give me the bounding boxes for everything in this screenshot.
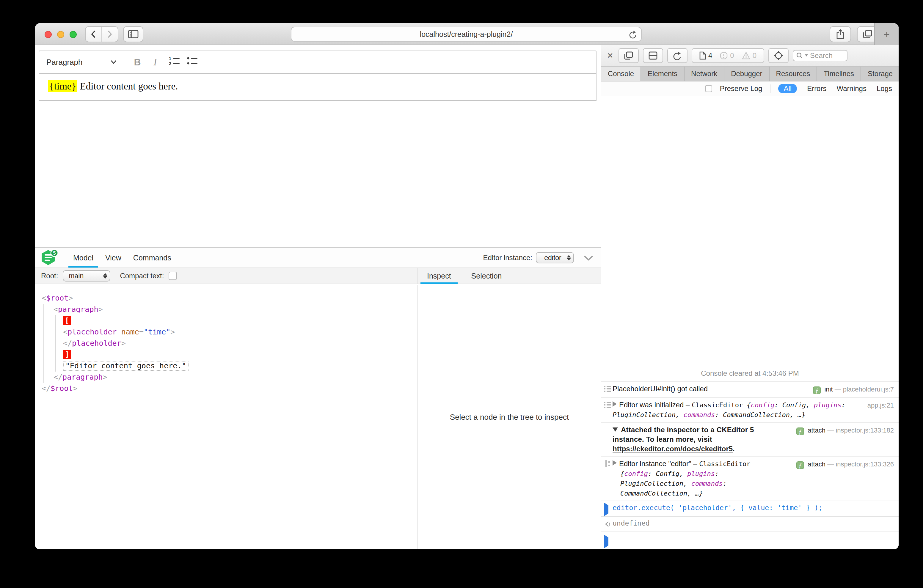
tree-node[interactable]: <paragraph> [35, 304, 417, 315]
message-body: Editor was initialized – ClassicEditor {… [613, 400, 863, 420]
scope-logs[interactable]: Logs [877, 84, 892, 93]
error-octagon-icon [720, 52, 728, 59]
minimize-window-button[interactable] [57, 31, 64, 38]
new-tab-button[interactable]: + [874, 23, 898, 45]
console-message[interactable]: PlaceholderUI#init() got calledƒ init — … [601, 381, 898, 397]
dock-bottom-button[interactable] [643, 48, 663, 63]
reload-button[interactable] [629, 30, 637, 41]
editor-instance-select[interactable]: editor [536, 252, 574, 263]
address-bar[interactable]: localhost/creating-a-plugin2/ [291, 27, 642, 42]
close-devtools-button[interactable]: ✕ [606, 51, 614, 60]
numbered-list-icon: 1 2 [169, 56, 182, 66]
zoom-window-button[interactable] [70, 31, 77, 38]
numbered-list-button[interactable]: 1 2 [169, 56, 182, 68]
tree-node[interactable]: [ [35, 315, 417, 327]
message-origin-icon [604, 384, 613, 395]
browser-viewport: Paragraph B I 1 2 [35, 45, 601, 549]
back-button[interactable] [85, 27, 102, 42]
tab-inspect[interactable]: Inspect [420, 268, 458, 284]
console-prompt[interactable] [601, 532, 898, 549]
source-location[interactable]: — inspector.js:133:326 [827, 460, 894, 468]
tab-timelines[interactable]: Timelines [817, 67, 861, 81]
tab-debugger[interactable]: Debugger [724, 67, 769, 81]
preserve-log-checkbox[interactable] [705, 85, 712, 92]
resource-summary-button[interactable]: 4 0 0 [691, 48, 764, 63]
tree-node[interactable]: "Editor content goes here." [35, 360, 417, 371]
model-tree[interactable]: <$root><paragraph>[<placeholder name="ti… [35, 285, 417, 549]
dock-side-button[interactable] [619, 48, 639, 63]
tab-commands[interactable]: Commands [127, 248, 177, 268]
disclosure-triangle-icon[interactable] [613, 401, 617, 407]
message-source[interactable]: app.js:21 [863, 400, 894, 410]
forward-button[interactable] [102, 27, 118, 42]
message-line: PluginCollection, commands: CommandColle… [613, 410, 863, 420]
function-name: init [823, 386, 834, 393]
message-source[interactable]: ƒ attach — inspector.js:133:326 [792, 459, 894, 469]
console-filter-bar: Preserve Log AllErrorsWarningsLogs [601, 81, 898, 96]
source-location[interactable]: — placeholderui.js:7 [835, 386, 894, 393]
console-input-row[interactable]: editor.execute( 'placeholder', { value: … [601, 501, 898, 516]
root-select[interactable]: main [63, 270, 110, 281]
italic-button[interactable]: I [146, 56, 164, 68]
tree-node[interactable]: </placeholder> [35, 338, 417, 349]
function-badge-icon: ƒ [797, 462, 804, 469]
source-location[interactable]: — inspector.js:133:182 [827, 427, 894, 434]
tab-network[interactable]: Network [685, 67, 724, 81]
tab-model[interactable]: Model [67, 248, 99, 268]
function-badge-icon: ƒ [813, 386, 821, 394]
tree-node[interactable]: <$root> [35, 292, 417, 304]
empty-state-text: Select a node in the tree to inspect [450, 412, 569, 422]
tab-resources[interactable]: Resources [770, 67, 818, 81]
scope-all[interactable]: All [778, 84, 797, 94]
warning-count: 0 [752, 51, 757, 60]
function-name: attach [806, 460, 827, 468]
tree-node[interactable]: ] [35, 349, 417, 360]
reload-page-button[interactable] [667, 48, 688, 63]
message-line: Attached the inspector to a CKEditor 5 [613, 425, 792, 435]
paragraph-style-dropdown[interactable]: Paragraph [46, 57, 117, 67]
tree-node[interactable]: </paragraph> [35, 371, 417, 383]
svg-text:2: 2 [169, 61, 171, 66]
share-button[interactable] [829, 26, 851, 42]
search-input[interactable]: Search [793, 50, 847, 61]
tree-node[interactable]: </$root> [35, 383, 417, 394]
error-count: 0 [730, 51, 734, 60]
console-result-row: undefined [601, 516, 898, 532]
message-source[interactable]: ƒ attach — inspector.js:133:182 [792, 425, 894, 435]
compact-text-checkbox[interactable] [169, 272, 177, 280]
message-origin-icon [604, 459, 613, 470]
bulleted-list-icon [187, 56, 200, 66]
console-message[interactable]: Editor was initialized – ClassicEditor {… [601, 397, 898, 422]
close-window-button[interactable] [44, 31, 52, 38]
placeholder-widget[interactable]: {time} [48, 80, 77, 92]
titlebar: localhost/creating-a-plugin2/ + [35, 23, 898, 45]
sidebar-icon [128, 30, 139, 38]
ckeditor-content[interactable]: {time} Editor content goes here. [39, 74, 596, 101]
tab-storage[interactable]: Storage [861, 67, 898, 81]
scope-warnings[interactable]: Warnings [836, 84, 866, 93]
function-badge-icon: ƒ [797, 427, 804, 435]
console-message[interactable]: Attached the inspector to a CKEditor 5in… [601, 422, 898, 456]
tab-elements[interactable]: Elements [641, 67, 685, 81]
bold-button[interactable]: B [128, 57, 146, 68]
paragraph-style-label: Paragraph [46, 57, 82, 67]
tab-selection[interactable]: Selection [465, 268, 509, 284]
console-message[interactable]: Editor instance "editor" – ClassicEditor… [601, 456, 898, 501]
message-source[interactable]: ƒ init — placeholderui.js:7 [808, 384, 894, 394]
error-summary: 0 [720, 51, 734, 60]
model-controls: Root: main Compact text: [35, 270, 177, 281]
disclosure-triangle-icon[interactable] [613, 460, 617, 465]
console-cleared-notice: Console cleared at 4:53:46 PM [601, 367, 898, 381]
tree-node[interactable]: <placeholder name="time"> [35, 327, 417, 338]
element-picker-button[interactable] [769, 48, 788, 63]
bulleted-list-button[interactable] [187, 56, 200, 68]
sidebar-toggle-button[interactable] [123, 26, 143, 42]
scope-errors[interactable]: Errors [807, 84, 826, 93]
tab-console[interactable]: Console [601, 67, 641, 81]
disclosure-triangle-icon[interactable] [613, 427, 618, 432]
console-link[interactable]: https://ckeditor.com/docs/ckeditor5 [613, 445, 733, 453]
source-location[interactable]: app.js:21 [867, 402, 894, 409]
plus-icon: + [884, 28, 890, 40]
collapse-inspector-button[interactable] [583, 252, 593, 263]
tab-view[interactable]: View [99, 248, 127, 268]
